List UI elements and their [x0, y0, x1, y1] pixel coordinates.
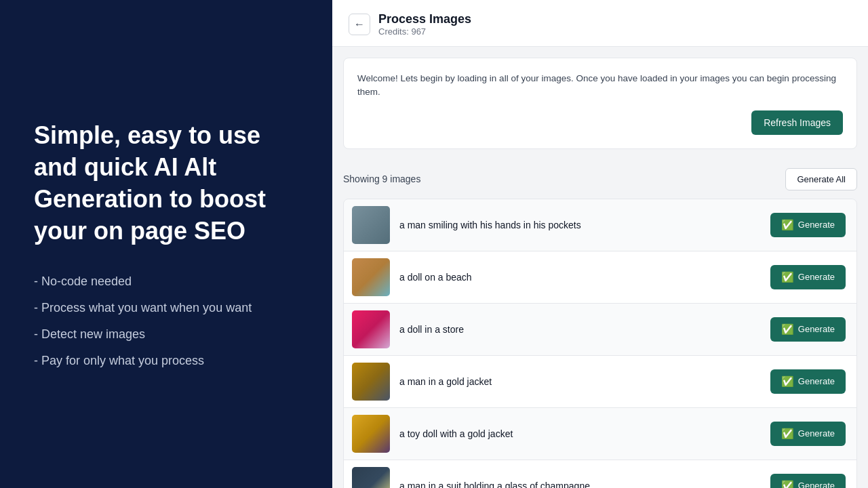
refresh-images-button[interactable]: Refresh Images: [751, 110, 843, 135]
table-row: a doll in a store ✅ Generate: [344, 304, 856, 356]
right-panel: ← Process Images Credits: 967 Welcome! L…: [332, 0, 868, 488]
check-icon: ✅: [781, 219, 794, 231]
generate-button[interactable]: ✅ Generate: [770, 422, 846, 446]
image-thumbnail: [352, 467, 390, 489]
check-icon: ✅: [781, 480, 794, 489]
generate-all-button[interactable]: Generate All: [785, 168, 857, 190]
panel-title-group: Process Images Credits: 967: [378, 12, 471, 37]
images-section: Showing 9 images Generate All a man smil…: [343, 160, 857, 489]
back-button[interactable]: ←: [349, 14, 370, 35]
check-icon: ✅: [781, 271, 794, 283]
generate-button[interactable]: ✅ Generate: [770, 213, 846, 237]
images-count: Showing 9 images: [343, 174, 420, 184]
image-thumbnail: [352, 363, 390, 401]
image-alt-text: a doll on a beach: [399, 272, 761, 283]
generate-button[interactable]: ✅ Generate: [770, 369, 846, 394]
image-alt-text: a man smiling with his hands in his pock…: [399, 220, 761, 230]
table-row: a man in a suit holding a glass of champ…: [344, 460, 856, 489]
generate-button[interactable]: ✅ Generate: [770, 265, 846, 289]
feature-3: - Detect new images: [34, 327, 298, 342]
image-list: a man smiling with his hands in his pock…: [343, 199, 857, 489]
image-alt-text: a doll in a store: [399, 324, 761, 335]
generate-button[interactable]: ✅ Generate: [770, 317, 846, 342]
image-thumbnail: [352, 310, 390, 348]
image-alt-text: a man in a suit holding a glass of champ…: [399, 481, 761, 489]
hero-title: Simple, easy to use and quick AI Alt Gen…: [34, 120, 298, 247]
check-icon: ✅: [781, 323, 794, 336]
image-alt-text: a man in a gold jacket: [399, 376, 761, 387]
feature-4: - Pay for only what you process: [34, 354, 298, 368]
check-icon: ✅: [781, 375, 794, 388]
images-header: Showing 9 images Generate All: [343, 160, 857, 199]
check-icon: ✅: [781, 428, 794, 440]
panel-title: Process Images: [378, 12, 471, 26]
table-row: a doll on a beach ✅ Generate: [344, 251, 856, 304]
image-alt-text: a toy doll with a gold jacket: [399, 428, 761, 439]
table-row: a man in a gold jacket ✅ Generate: [344, 356, 856, 408]
welcome-text: Welcome! Lets begin by loading in all of…: [357, 72, 843, 100]
features-list: - No-code needed - Process what you want…: [34, 274, 298, 368]
welcome-actions: Refresh Images: [357, 110, 843, 135]
image-thumbnail: [352, 206, 390, 244]
left-panel: Simple, easy to use and quick AI Alt Gen…: [0, 0, 332, 488]
feature-1: - No-code needed: [34, 274, 298, 289]
image-thumbnail: [352, 415, 390, 453]
panel-header: ← Process Images Credits: 967: [332, 0, 868, 47]
welcome-box: Welcome! Lets begin by loading in all of…: [343, 58, 857, 149]
image-thumbnail: [352, 258, 390, 296]
generate-button[interactable]: ✅ Generate: [770, 474, 846, 489]
feature-2: - Process what you want when you want: [34, 301, 298, 315]
table-row: a man smiling with his hands in his pock…: [344, 199, 856, 251]
panel-credits: Credits: 967: [378, 26, 471, 37]
table-row: a toy doll with a gold jacket ✅ Generate: [344, 408, 856, 460]
